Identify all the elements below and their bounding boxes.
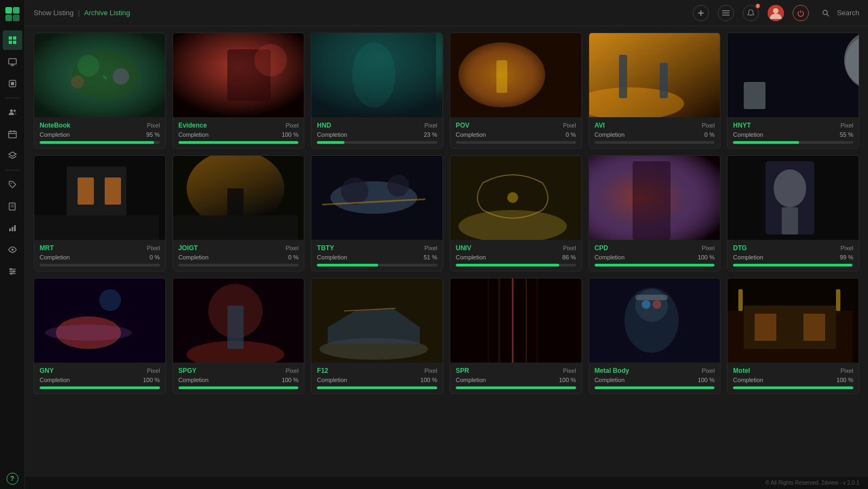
card-completion-value-hnyt: 55 % [840,131,853,138]
sidebar-icon-chart[interactable] [3,218,22,238]
sidebar-icon-square[interactable] [3,74,22,93]
sidebar-icon-users[interactable] [3,103,22,122]
svg-rect-4 [9,36,12,40]
svg-point-30 [10,269,11,270]
sidebar-icon-monitor[interactable] [3,52,22,72]
add-button[interactable] [693,5,709,21]
card-info-spgy: SPGY Pixel Completion 100 % [173,363,304,393]
card-info-evidence: Evidence Pixel Completion 100 % [173,117,304,148]
sidebar-icon-tag[interactable] [3,175,22,194]
card-title-tbty: TBTY [317,244,334,252]
svg-rect-117 [836,289,840,311]
power-button[interactable] [793,5,809,21]
svg-point-78 [387,175,409,196]
card-image-spgy [173,278,304,363]
card-completion-row-univ: Completion 86 % [456,254,576,261]
card-gny[interactable]: GNY Pixel Completion 100 % [34,278,166,394]
card-metalbody[interactable]: Metal Body Pixel Completion 100 % [589,278,721,394]
progress-bar-bg-motel [733,386,853,389]
sidebar-icon-calendar[interactable] [3,124,22,144]
show-listing-link[interactable]: Show Listing [34,9,74,17]
archive-listing-link[interactable]: Archive Listing [84,9,130,17]
card-mrt[interactable]: MRT Pixel Completion 0 % [34,155,166,271]
card-completion-value-pov: 0 % [566,131,576,138]
card-title-joigt: JOIGT [178,244,198,252]
card-type-motel: Pixel [840,367,853,374]
card-hnd[interactable]: HND Pixel Completion 23 % [311,33,443,149]
app-logo[interactable] [3,4,22,24]
menu-button[interactable] [718,5,734,21]
card-completion-label-metalbody: Completion [595,377,625,383]
card-spgy[interactable]: SPGY Pixel Completion 100 % [173,278,305,394]
card-completion-label-spgy: Completion [178,377,209,383]
card-completion-row-f12: Completion 100 % [317,377,437,383]
card-completion-row-notebook: Completion 95 % [40,131,160,138]
card-completion-label-tbty: Completion [317,254,347,261]
svg-rect-7 [13,41,16,44]
card-type-univ: Pixel [563,245,576,251]
card-image-tbty [311,156,443,240]
sidebar-divider-1 [5,98,20,98]
card-type-notebook: Pixel [147,122,160,129]
svg-rect-57 [496,60,507,93]
card-hnyt[interactable]: HNYT Pixel Completion 55 % [727,33,859,149]
card-info-f12: F12 Pixel Completion 100 % [311,363,443,393]
card-dtg[interactable]: DTG Pixel Completion 99 % [727,155,859,271]
card-title-spr: SPR [456,367,469,374]
card-completion-row-joigt: Completion 0 % [178,254,299,261]
card-type-gny: Pixel [147,367,160,374]
card-image-notebook: 🦎 [34,33,165,117]
sidebar-icon-eye[interactable] [3,240,22,259]
card-evidence[interactable]: Evidence Pixel Completion 100 % [173,33,305,149]
card-image-pov [450,33,582,117]
card-motel[interactable]: Motel Pixel Completion 100 % [727,278,859,394]
card-completion-label-spr: Completion [456,377,486,383]
card-info-cpd: CPD Pixel Completion 100 % [589,240,720,271]
svg-point-47 [71,75,84,88]
card-type-spgy: Pixel [285,367,298,374]
card-completion-label-cpd: Completion [595,254,625,261]
card-avi[interactable]: AVI Pixel Completion 0 % [589,33,721,149]
card-pov[interactable]: POV Pixel Completion 0 % [450,33,582,149]
svg-rect-69 [105,177,121,205]
svg-point-51 [254,44,287,77]
svg-rect-70 [34,215,159,240]
notification-button[interactable]: 2 [743,5,759,21]
card-notebook[interactable]: 🦎 NoteBook Pixel Completion 95 % [34,33,166,149]
progress-bar-fill-tbty [317,264,378,266]
topbar: Show Listing | Archive Listing [25,0,868,26]
svg-rect-8 [9,59,16,64]
card-image-gny [34,278,165,363]
card-completion-row-mrt: Completion 0 % [40,254,160,261]
card-title-row-spgy: SPGY Pixel [178,367,299,374]
sidebar-icon-book[interactable] [3,196,22,216]
card-completion-value-avi: 0 % [704,131,714,138]
card-image-spr [450,278,582,363]
sidebar-icon-grid[interactable] [3,30,22,50]
card-type-mrt: Pixel [147,245,160,251]
search-button[interactable]: Search [818,5,859,21]
svg-point-26 [11,249,14,251]
card-spr[interactable]: SPR Pixel Completion 100 % [450,278,582,394]
card-type-avi: Pixel [701,122,714,129]
card-univ[interactable]: UNIV Pixel Completion 86 % [450,155,582,271]
card-tbty[interactable]: TBTY Pixel Completion 51 % [311,155,443,271]
sidebar-icon-help[interactable]: ? [7,473,18,485]
svg-rect-23 [9,228,11,231]
sidebar-icon-sliders[interactable] [3,262,22,281]
footer-text: © All Rights Reserved. 2dview - v 2.0.1 [765,480,859,486]
sidebar-icon-layers[interactable] [3,146,22,166]
svg-rect-115 [803,314,825,341]
card-title-univ: UNIV [456,244,471,252]
card-type-pov: Pixel [563,122,576,129]
card-f12[interactable]: F12 Pixel Completion 100 % [311,278,443,394]
card-title-row-spr: SPR Pixel [456,367,576,374]
user-avatar[interactable] [768,5,784,21]
svg-rect-37 [722,15,730,16]
card-title-row-metalbody: Metal Body Pixel [595,367,715,374]
card-cpd[interactable]: CPD Pixel Completion 100 % [589,155,721,271]
progress-bar-bg-dtg [733,264,853,266]
card-type-spr: Pixel [563,367,576,374]
card-title-avi: AVI [595,122,605,129]
card-joigt[interactable]: JOIGT Pixel Completion 0 % [173,155,305,271]
